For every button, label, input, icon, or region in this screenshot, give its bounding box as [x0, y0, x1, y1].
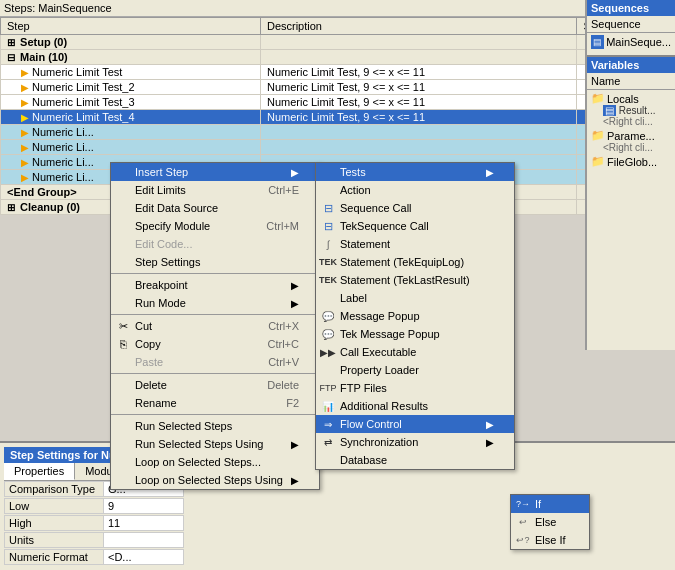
- var-item[interactable]: 📁 Locals: [591, 92, 671, 105]
- sequence-item[interactable]: ▤ MainSeque...: [587, 33, 675, 51]
- var-item[interactable]: 📁 FileGlob...: [591, 155, 671, 168]
- var-item[interactable]: ▤ Result...: [591, 105, 671, 116]
- menu-item-paste: Paste Ctrl+V: [111, 353, 319, 371]
- flow-icon: ⇒: [320, 416, 336, 432]
- menu-item-ftp-files[interactable]: FTP FTP Files: [316, 379, 514, 397]
- menu-item-edit-data-source[interactable]: Edit Data Source: [111, 199, 319, 217]
- menu-item-label: Edit Data Source: [135, 202, 218, 214]
- menu-item-else[interactable]: ↩ Else: [511, 513, 589, 531]
- step-icon: ▶: [21, 157, 29, 168]
- table-row[interactable]: ⊟ Main (10): [1, 50, 675, 65]
- menu-item-sequence-call[interactable]: ⊟ Sequence Call: [316, 199, 514, 217]
- menu-item-run-selected[interactable]: Run Selected Steps: [111, 417, 319, 435]
- var-item[interactable]: 📁 Parame...: [591, 129, 671, 142]
- shortcut-label: Ctrl+E: [268, 184, 299, 196]
- prop-value[interactable]: 11: [104, 515, 184, 531]
- menu-item-step-settings[interactable]: Step Settings: [111, 253, 319, 271]
- menu-item-tests[interactable]: Tests ▶: [316, 163, 514, 181]
- menu-item-label: TekSequence Call: [340, 220, 429, 232]
- menu-item-tek-sequence-call[interactable]: ⊟ TekSequence Call: [316, 217, 514, 235]
- table-row[interactable]: ▶ Numeric Limit Test Numeric Limit Test,…: [1, 65, 675, 80]
- menu-item-call-executable[interactable]: ▶▶ Call Executable: [316, 343, 514, 361]
- menu-item-additional-results[interactable]: 📊 Additional Results: [316, 397, 514, 415]
- prop-value[interactable]: 9: [104, 498, 184, 514]
- context-menu-main: Insert Step ▶ Edit Limits Ctrl+E Edit Da…: [110, 162, 320, 490]
- menu-item-label: Copy: [135, 338, 161, 350]
- tab-properties[interactable]: Properties: [4, 463, 75, 480]
- seq-call-icon: ⊟: [320, 200, 336, 216]
- menu-item-cut[interactable]: ✂ Cut Ctrl+X: [111, 317, 319, 335]
- menu-item-label: Synchronization: [340, 436, 418, 448]
- menu-item-synchronization[interactable]: ⇄ Synchronization ▶: [316, 433, 514, 451]
- table-row[interactable]: ▶ Numeric Li...: [1, 140, 675, 155]
- menu-item-edit-limits[interactable]: Edit Limits Ctrl+E: [111, 181, 319, 199]
- menu-item-tek-message-popup[interactable]: 💬 Tek Message Popup: [316, 325, 514, 343]
- menu-item-label: Loop on Selected Steps Using: [135, 474, 283, 486]
- submenu-arrow: ▶: [486, 167, 494, 178]
- table-row[interactable]: ▶ Numeric Limit Test_2 Numeric Limit Tes…: [1, 80, 675, 95]
- col-step: Step: [1, 18, 261, 35]
- menu-item-statement-tek-last[interactable]: TEK Statement (TekLastResult): [316, 271, 514, 289]
- prop-value[interactable]: <D...: [104, 549, 184, 565]
- menu-item-copy[interactable]: ⎘ Copy Ctrl+C: [111, 335, 319, 353]
- menu-item-loop-selected-using[interactable]: Loop on Selected Steps Using ▶: [111, 471, 319, 489]
- separator: [111, 273, 319, 274]
- prop-label: Low: [4, 498, 104, 514]
- menu-item-run-mode[interactable]: Run Mode ▶: [111, 294, 319, 312]
- menu-item-label: Tek Message Popup: [340, 328, 440, 340]
- menu-item-label: Specify Module: [135, 220, 210, 232]
- sequence-name: MainSeque...: [606, 36, 671, 48]
- menu-item-flow-control[interactable]: ⇒ Flow Control ▶: [316, 415, 514, 433]
- ftp-icon: FTP: [320, 380, 336, 396]
- menu-item-label: Sequence Call: [340, 202, 412, 214]
- menu-item-database[interactable]: Database: [316, 451, 514, 469]
- menu-item-statement-tek-equip[interactable]: TEK Statement (TekEquipLog): [316, 253, 514, 271]
- prop-value[interactable]: [104, 532, 184, 548]
- table-icon: ▤: [603, 105, 616, 116]
- menu-item-label: Statement (TekEquipLog): [340, 256, 464, 268]
- props-rows: Comparison Type G... Low 9 High 11 Units…: [4, 481, 184, 565]
- menu-item-breakpoint[interactable]: Breakpoint ▶: [111, 276, 319, 294]
- submenu-tests: Tests ▶ Action ⊟ Sequence Call ⊟ TekSequ…: [315, 162, 515, 470]
- step-icon: ▶: [21, 82, 29, 93]
- menu-item-label: Call Executable: [340, 346, 416, 358]
- toolbar-row: Steps: MainSequence 📌: [0, 0, 675, 17]
- menu-item-statement[interactable]: ∫ Statement: [316, 235, 514, 253]
- variables-header: Variables: [587, 57, 675, 73]
- menu-item-label: Additional Results: [340, 400, 428, 412]
- step-icon: ▶: [21, 67, 29, 78]
- results-icon: 📊: [320, 398, 336, 414]
- table-row[interactable]: ▶ Numeric Li...: [1, 125, 675, 140]
- sync-icon: ⇄: [320, 434, 336, 450]
- else-icon: ↩: [515, 514, 531, 530]
- menu-item-loop-selected[interactable]: Loop on Selected Steps...: [111, 453, 319, 471]
- submenu-arrow: ▶: [291, 439, 299, 450]
- col-description: Description: [260, 18, 577, 35]
- if-icon: ?→: [515, 496, 531, 512]
- menu-item-label: Insert Step: [135, 166, 188, 178]
- table-row[interactable]: ⊞ Setup (0): [1, 35, 675, 50]
- table-row-selected[interactable]: ▶ Numeric Limit Test_4 Numeric Limit Tes…: [1, 110, 675, 125]
- copy-icon: ⎘: [115, 336, 131, 352]
- menu-item-else-if[interactable]: ↩? Else If: [511, 531, 589, 549]
- table-row[interactable]: ▶ Numeric Limit Test_3 Numeric Limit Tes…: [1, 95, 675, 110]
- shortcut-label: Ctrl+X: [268, 320, 299, 332]
- menu-item-specify-module[interactable]: Specify Module Ctrl+M: [111, 217, 319, 235]
- menu-item-label: Breakpoint: [135, 279, 188, 291]
- menu-item-label: Paste: [135, 356, 163, 368]
- menu-item-run-selected-using[interactable]: Run Selected Steps Using ▶: [111, 435, 319, 453]
- steps-label: Steps: MainSequence: [4, 2, 112, 14]
- menu-item-action[interactable]: Action: [316, 181, 514, 199]
- menu-item-rename[interactable]: Rename F2: [111, 394, 319, 412]
- submenu-arrow: ▶: [291, 475, 299, 486]
- menu-item-property-loader[interactable]: Property Loader: [316, 361, 514, 379]
- variables-content: 📁 Locals ▤ Result... <Right cli... 📁 Par…: [587, 90, 675, 170]
- menu-item-message-popup[interactable]: 💬 Message Popup: [316, 307, 514, 325]
- menu-item-label: Message Popup: [340, 310, 420, 322]
- menu-item-label[interactable]: Label: [316, 289, 514, 307]
- menu-item-insert-step[interactable]: Insert Step ▶: [111, 163, 319, 181]
- menu-item-if[interactable]: ?→ If: [511, 495, 589, 513]
- menu-item-delete[interactable]: Delete Delete: [111, 376, 319, 394]
- folder-icon: 📁: [591, 129, 605, 142]
- submenu-arrow: ▶: [486, 419, 494, 430]
